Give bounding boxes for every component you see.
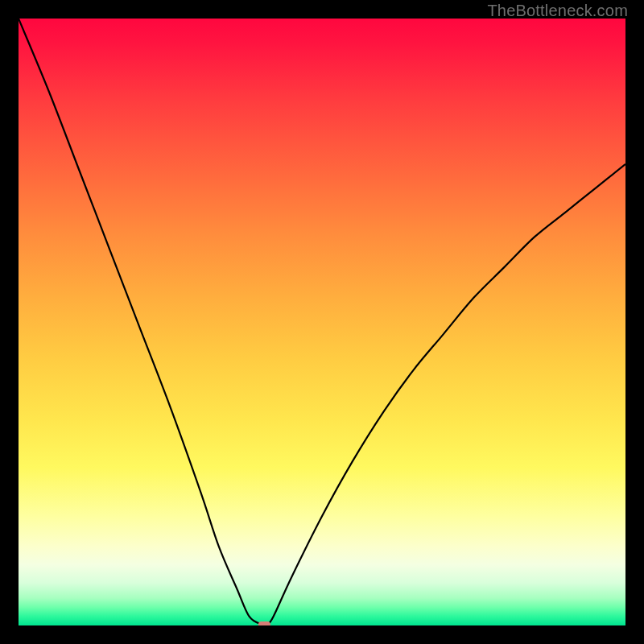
- plot-area: [19, 19, 625, 625]
- minimum-marker: [258, 621, 270, 625]
- chart-outer-frame: TheBottleneck.com: [0, 0, 644, 644]
- curve-layer: [19, 19, 625, 625]
- bottleneck-curve: [19, 19, 625, 625]
- watermark-text: TheBottleneck.com: [487, 2, 628, 20]
